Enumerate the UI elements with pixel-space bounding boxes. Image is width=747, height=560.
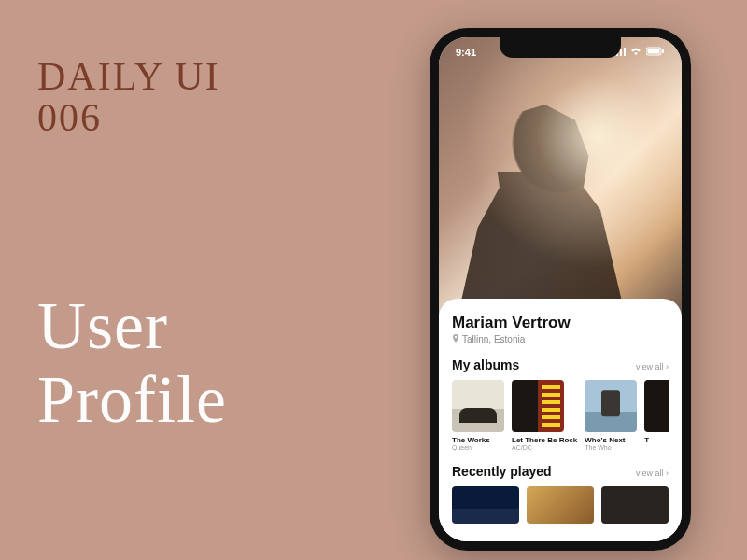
albums-section: My albums view all › The Works Queen Let… <box>452 357 669 451</box>
album-artist: Queen <box>452 444 504 451</box>
content-sheet[interactable]: Mariam Vertrow Tallinn, Estonia My album… <box>439 299 682 541</box>
recent-item[interactable] <box>601 486 669 524</box>
page-title: User Profile <box>37 289 227 437</box>
phone-screen: 9:41 Mariam Vertrow <box>439 37 682 541</box>
album-cover <box>644 380 669 432</box>
album-card[interactable]: The Works Queen <box>452 380 504 451</box>
svg-rect-3 <box>624 48 626 56</box>
albums-title: My albums <box>452 357 519 372</box>
svg-point-7 <box>455 336 457 338</box>
album-cover <box>585 380 637 432</box>
album-artist: AC/DC <box>512 444 577 451</box>
album-card[interactable]: T <box>644 380 669 451</box>
album-title: T <box>644 436 669 444</box>
status-time: 9:41 <box>456 47 476 58</box>
profile-photo <box>458 93 626 317</box>
page-title-line1: User <box>37 289 227 363</box>
page-title-line2: Profile <box>37 363 227 437</box>
profile-location: Tallinn, Estonia <box>452 334 669 344</box>
daily-ui-label: DAILY UI 006 <box>37 56 220 138</box>
profile-name: Mariam Vertrow <box>452 314 669 332</box>
album-cover <box>452 380 504 432</box>
profile-hero-image <box>439 37 682 317</box>
phone-frame: 9:41 Mariam Vertrow <box>430 28 691 551</box>
album-cover <box>512 380 564 432</box>
albums-view-all[interactable]: view all › <box>636 362 669 371</box>
daily-ui-line2: 006 <box>37 97 220 138</box>
recent-section: Recently played view all › <box>452 464 669 524</box>
svg-rect-6 <box>662 49 664 53</box>
albums-row[interactable]: The Works Queen Let There Be Rock AC/DC … <box>452 380 669 451</box>
notch <box>500 37 621 58</box>
svg-rect-5 <box>648 49 660 54</box>
recent-row[interactable] <box>452 486 669 524</box>
album-artist: The Who <box>585 444 637 451</box>
album-card[interactable]: Who's Next The Who <box>585 380 637 451</box>
svg-rect-2 <box>620 49 622 56</box>
battery-icon <box>646 47 665 58</box>
recent-title: Recently played <box>452 464 552 479</box>
wifi-icon <box>629 47 642 58</box>
recent-item[interactable] <box>527 486 594 524</box>
album-card[interactable]: Let There Be Rock AC/DC <box>512 380 577 451</box>
album-title: The Works <box>452 436 504 444</box>
recent-view-all[interactable]: view all › <box>636 469 669 478</box>
location-pin-icon <box>452 334 459 344</box>
daily-ui-line1: DAILY UI <box>37 56 220 97</box>
album-title: Who's Next <box>585 436 637 444</box>
recent-item[interactable] <box>452 486 519 524</box>
album-title: Let There Be Rock <box>512 436 577 444</box>
profile-location-text: Tallinn, Estonia <box>462 334 525 344</box>
